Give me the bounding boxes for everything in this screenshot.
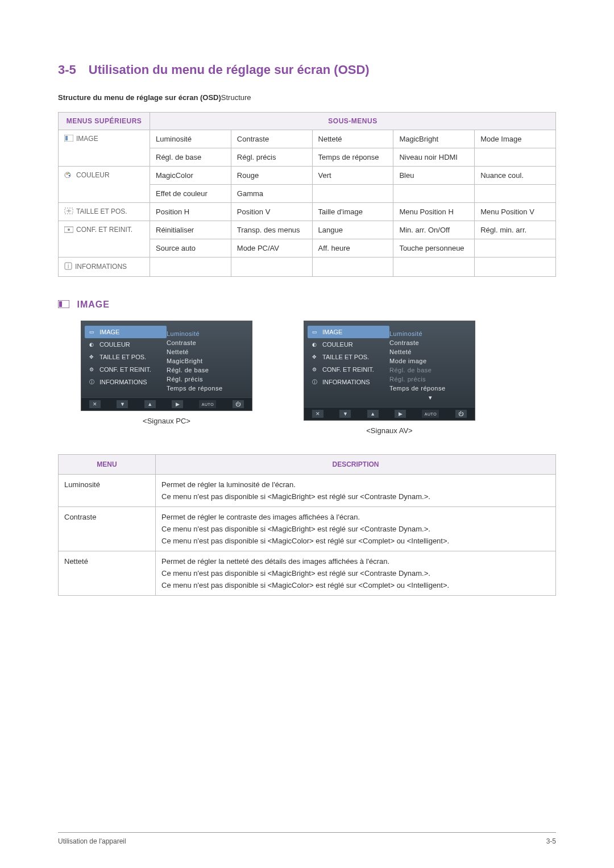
osd-sub-item[interactable]: Netteté [167, 347, 248, 356]
osd-item-info[interactable]: ⓘINFORMATIONS [308, 376, 389, 388]
osd-screen-pc: ▭IMAGE ◐COULEUR ✥TAILLE ET POS. ⚙CONF. E… [81, 321, 252, 435]
structure-rest: Structure [221, 93, 251, 102]
osd-item-image[interactable]: ▭IMAGE [85, 326, 167, 338]
osd-sub-item[interactable]: Régl. de base [167, 366, 248, 375]
osd-item-conf[interactable]: ⚙CONF. ET REINIT. [85, 363, 167, 376]
sub-cell: Gamma [231, 185, 312, 203]
sub-cell: Mode PC/AV [231, 239, 312, 258]
auto-button[interactable]: AUTO [199, 400, 216, 408]
osd-sub-item[interactable]: Régl. précis [167, 375, 248, 384]
table-row: Netteté Permet de régler la netteté des … [59, 551, 556, 596]
info-icon: i [64, 262, 72, 272]
page-footer: Utilisation de l'appareil 3-5 [58, 832, 556, 845]
menu-cell-taille: TAILLE ET POS. [59, 203, 150, 221]
osd-sub-item[interactable]: Contraste [389, 338, 471, 347]
desc-line: Ce menu n'est pas disponible si <MagicBr… [161, 525, 550, 533]
osd-item-taille[interactable]: ✥TAILLE ET POS. [85, 351, 167, 363]
svg-rect-12 [59, 301, 62, 307]
svg-text:i: i [68, 263, 69, 269]
size-icon: ✥ [310, 353, 319, 361]
osd-item-label: INFORMATIONS [99, 379, 147, 385]
desc-line: Permet de régler la luminosité de l'écra… [161, 480, 550, 489]
section-title-text: Utilisation du menu de réglage sur écran… [89, 63, 370, 77]
osd-sub-item: Régl. précis [389, 375, 471, 384]
image-heading: IMAGE [58, 300, 556, 310]
down-icon[interactable]: ▼ [339, 410, 351, 418]
table-row: TAILLE ET POS. Position H Position V Tai… [59, 203, 556, 221]
power-icon[interactable]: ⏻ [233, 400, 244, 408]
sub-cell: Netteté [312, 130, 393, 148]
menu-cell-couleur: COULEUR [59, 167, 150, 203]
image-heading-text: IMAGE [77, 300, 109, 309]
footer-right: 3-5 [546, 837, 556, 845]
osd-sub-item[interactable]: Temps de réponse [167, 384, 248, 393]
desc-th-menu: MENU [59, 455, 156, 475]
sub-cell: Régl. de base [150, 148, 231, 167]
power-icon[interactable]: ⏻ [455, 410, 467, 418]
osd-panel: ▭IMAGE ◐COULEUR ✥TAILLE ET POS. ⚙CONF. E… [81, 321, 252, 411]
osd-left-menu: ▭IMAGE ◐COULEUR ✥TAILLE ET POS. ⚙CONF. E… [308, 326, 389, 402]
sub-cell: Touche personneue [393, 239, 475, 258]
sub-cell: Transp. des menus [231, 221, 312, 239]
osd-sub-item[interactable]: Temps de réponse [389, 384, 471, 393]
osd-item-conf[interactable]: ⚙CONF. ET REINIT. [308, 363, 389, 376]
osd-item-label: IMAGE [99, 329, 119, 335]
desc-line: Permet de régler la netteté des détails … [161, 557, 550, 566]
osd-sub-item[interactable]: Mode image [389, 356, 471, 366]
sub-cell: Régl. précis [231, 148, 312, 167]
close-icon[interactable]: ✕ [89, 400, 101, 408]
osd-item-label: COULEUR [322, 341, 353, 348]
palette-icon: ◐ [87, 340, 96, 348]
structure-bold: Structure du menu de réglage sur écran (… [58, 93, 221, 102]
desc-line: Ce menu n'est pas disponible si <MagicBr… [161, 569, 550, 578]
menu-label: CONF. ET REINIT. [76, 226, 132, 234]
desc-menu: Contraste [59, 507, 156, 551]
enter-icon[interactable]: ▶ [172, 400, 183, 408]
osd-item-couleur[interactable]: ◐COULEUR [308, 338, 389, 351]
sub-cell [231, 258, 312, 277]
menu-label: TAILLE ET POS. [76, 207, 127, 215]
chevron-down-icon[interactable]: ▾ [389, 393, 471, 402]
auto-button[interactable]: AUTO [422, 410, 439, 418]
structure-line: Structure du menu de réglage sur écran (… [58, 93, 556, 102]
section-title: 3-5Utilisation du menu de réglage sur éc… [58, 63, 556, 77]
up-icon[interactable]: ▲ [144, 400, 156, 408]
sub-cell: Langue [312, 221, 393, 239]
down-icon[interactable]: ▼ [117, 400, 128, 408]
enter-icon[interactable]: ▶ [395, 410, 406, 418]
osd-th-menus: MENUS SUPÉRIEURS [59, 113, 150, 130]
sub-cell [475, 148, 556, 167]
sub-cell: Min. arr. On/Off [393, 221, 475, 239]
osd-structure-table: MENUS SUPÉRIEURS SOUS-MENUS IMAGE Lumino… [58, 112, 556, 277]
osd-item-label: CONF. ET REINIT. [99, 366, 151, 373]
desc-line: Ce menu n'est pas disponible si <MagicCo… [161, 581, 550, 589]
table-row: IMAGE Luminosité Contraste Netteté Magic… [59, 130, 556, 148]
svg-point-3 [67, 173, 68, 175]
close-icon[interactable]: ✕ [312, 410, 323, 418]
osd-caption: <Signaux PC> [81, 417, 252, 425]
osd-sub-item[interactable]: Luminosité [389, 329, 471, 338]
up-icon[interactable]: ▲ [367, 410, 379, 418]
sub-cell: Réinitialiser [150, 221, 231, 239]
osd-sub-item[interactable]: MagicBright [167, 356, 248, 366]
table-row: i INFORMATIONS [59, 258, 556, 277]
osd-item-info[interactable]: ⓘINFORMATIONS [85, 376, 167, 388]
sub-cell: Temps de réponse [312, 148, 393, 167]
sub-cell: Source auto [150, 239, 231, 258]
osd-item-taille[interactable]: ✥TAILLE ET POS. [308, 351, 389, 363]
desc-th-desc: DESCRIPTION [156, 455, 556, 475]
osd-sub-item[interactable]: Contraste [167, 338, 248, 347]
sub-cell [475, 185, 556, 203]
osd-item-label: TAILLE ET POS. [322, 354, 369, 360]
sub-cell [475, 239, 556, 258]
osd-item-image[interactable]: ▭IMAGE [308, 326, 389, 338]
osd-th-sub: SOUS-MENUS [150, 113, 556, 130]
osd-screenshots: ▭IMAGE ◐COULEUR ✥TAILLE ET POS. ⚙CONF. E… [58, 321, 556, 435]
section-number: 3-5 [58, 63, 76, 77]
osd-sub-item[interactable]: Luminosité [167, 329, 248, 338]
osd-sub-item[interactable]: Netteté [389, 347, 471, 356]
sub-cell: Aff. heure [312, 239, 393, 258]
osd-item-couleur[interactable]: ◐COULEUR [85, 338, 167, 351]
sub-cell: Rouge [231, 167, 312, 185]
sub-cell [312, 258, 393, 277]
